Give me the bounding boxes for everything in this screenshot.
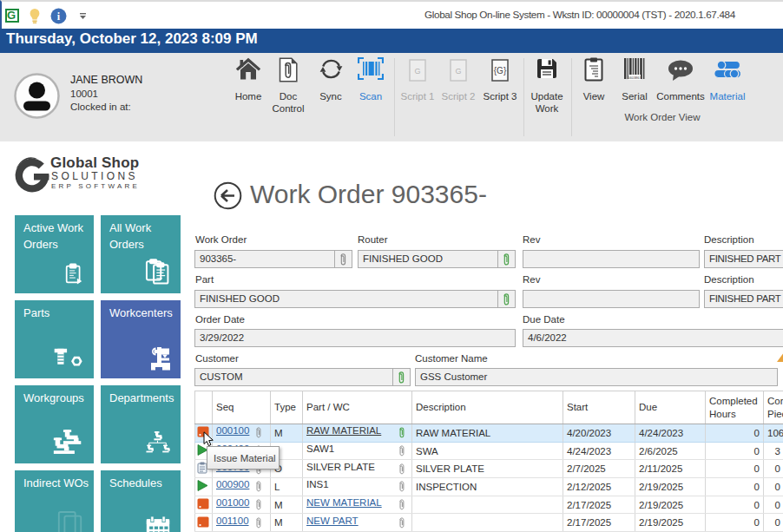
svg-text:G: G: [414, 67, 420, 76]
svg-text:{G}: {G}: [494, 66, 507, 76]
svg-text:G: G: [455, 67, 461, 76]
svg-text:5603867: 5603867: [628, 76, 642, 80]
